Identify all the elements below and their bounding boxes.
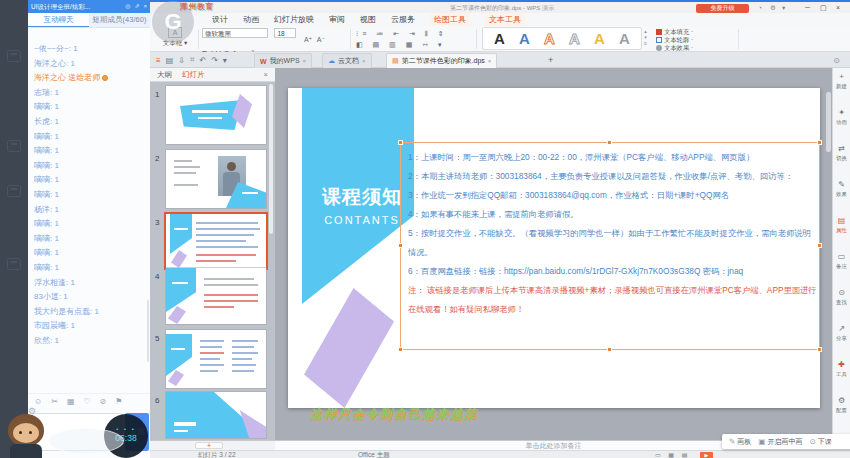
wordart-style-4[interactable]: A [569, 31, 580, 46]
panel-item-tools[interactable]: ✚工具 [833, 359, 850, 392]
resize-handle[interactable] [817, 347, 822, 352]
search-icon[interactable]: ⊙ [833, 56, 840, 65]
chat-bubble-icon[interactable] [7, 258, 21, 270]
resize-handle[interactable] [398, 347, 403, 352]
wordart-style-1[interactable]: A [494, 31, 505, 46]
panel-item-share[interactable]: ↗分享 [833, 323, 850, 356]
minimize-button[interactable]: ─ [805, 4, 810, 11]
resize-handle[interactable] [398, 243, 403, 248]
tab-members[interactable]: 短期成员(43/60) [89, 13, 150, 27]
close-tab-icon[interactable]: × [303, 58, 307, 64]
wordart-gallery[interactable]: A A A A A A [482, 27, 642, 50]
dropdown-icon[interactable]: ▾ [782, 4, 785, 12]
slide-thumbnail-5[interactable] [166, 330, 266, 388]
menu-cloud[interactable]: 云服务 [391, 14, 415, 25]
menu-text-tools[interactable]: 文本工具 [485, 13, 525, 26]
redo-icon[interactable]: ↷ [211, 56, 218, 65]
more-icon[interactable]: ▾ [223, 56, 227, 65]
thumbnail-scrollbar[interactable] [269, 84, 273, 234]
export-icon[interactable]: ⇩ [178, 56, 185, 65]
undo-icon[interactable]: ↶ [199, 56, 206, 65]
slide-body-text[interactable]: 1：上课时间：周一至周六晚上20：00-22：00，潭州课堂（PC客户端、移动A… [408, 148, 818, 319]
menu-slideshow[interactable]: 幻灯片放映 [274, 14, 314, 25]
slide-thumbnail-2[interactable] [166, 150, 266, 208]
panel-item-new[interactable]: +新建 [833, 71, 850, 104]
slide-thumbnail-6[interactable] [166, 392, 266, 438]
resize-handle[interactable] [398, 140, 403, 145]
resize-handle[interactable] [607, 347, 612, 352]
menu-review[interactable]: 审阅 [329, 14, 345, 25]
skin-icon[interactable]: ◔ [758, 4, 762, 11]
pin-icon[interactable]: ◎ [125, 0, 130, 13]
like-icon[interactable] [7, 140, 21, 152]
list-indent-icons[interactable]: ⁝≡ ≔ ⇤ ⇥ ⫴ ⇕ [356, 28, 448, 39]
close-tab-icon[interactable]: × [362, 58, 366, 64]
wordart-style-2[interactable]: A [519, 31, 530, 46]
textbox-group[interactable]: A 文本框 ▾ [154, 27, 196, 48]
panel-item-animation[interactable]: ✦动画 [833, 107, 850, 140]
menu-design[interactable]: 设计 [212, 14, 228, 25]
tab-interactive-chat[interactable]: 互动聊天 [28, 13, 89, 27]
maximize-button[interactable]: ▢ [820, 4, 827, 12]
emoji-icon[interactable]: ☺ [34, 397, 42, 406]
print-icon[interactable]: ⌗ [190, 55, 195, 65]
editing-canvas[interactable]: 课程须知 CONTANTS 1：上课时间：周一至周六晚上20：00-22：00，… [275, 68, 832, 440]
slideshow-play-button[interactable]: ▶ [700, 452, 713, 458]
panel-item-notes[interactable]: ▭备注 [833, 251, 850, 284]
add-slide-button[interactable]: + [195, 442, 223, 449]
font-name-select[interactable]: 微软雅黑 [202, 28, 268, 38]
wordart-style-5[interactable]: A [594, 31, 605, 46]
scissors-icon[interactable]: ✂ [51, 397, 58, 406]
slide-thumbnail-3-selected[interactable] [166, 214, 266, 268]
grow-font-icon[interactable]: A⁺ [304, 36, 312, 43]
menu-drawing-tools[interactable]: 绘图工具 [430, 13, 470, 26]
upgrade-button[interactable]: 免费升级 [696, 4, 749, 13]
gallery-scroll-arrows[interactable]: ▴▾≡ [644, 28, 647, 46]
slide-title[interactable]: 课程须知 [310, 184, 414, 210]
slides-tab[interactable]: 幻灯片 [182, 70, 205, 79]
wordart-style-3[interactable]: A [544, 31, 555, 46]
close-button[interactable]: × [836, 4, 840, 11]
panel-item-config[interactable]: ⚙配置 [833, 395, 850, 428]
save-icon[interactable]: ▤ [166, 56, 174, 65]
panel-item-effects[interactable]: ✎效果 [833, 179, 850, 212]
drawing-board-button[interactable]: ✎画板 [729, 437, 751, 447]
chat-message-list[interactable]: ~依~~分~: 1 海洋之心: 1 海洋之心 送给老师 志瑞: 1 嘀嘀: 1 … [34, 42, 144, 347]
font-size-select[interactable]: 18 [274, 28, 296, 38]
close-tab-icon[interactable]: × [488, 58, 492, 64]
paragraph-group[interactable]: ⁝≡ ≔ ⇤ ⇥ ⫴ ⇕ ◧ ▤ ▥ ▦ ⇿ ▾ [356, 28, 448, 50]
pip-button[interactable]: ▣开启画中画 [758, 437, 802, 447]
slide-purple-shape[interactable] [304, 288, 394, 408]
slide-thumbnail-1[interactable] [166, 86, 266, 144]
slide-subtitle[interactable]: CONTANTS [310, 214, 414, 226]
settings-icon[interactable]: ⚙ [770, 4, 776, 12]
outline-tab[interactable]: 大纲 [157, 70, 172, 79]
keyboard-icon[interactable] [7, 185, 21, 197]
tab-cloud-docs[interactable]: ☁ 云文档 × [322, 53, 372, 68]
close-icon[interactable]: × [143, 0, 147, 13]
new-tab-button[interactable]: + [548, 55, 553, 65]
canvas-scrollbar[interactable] [826, 92, 831, 152]
resize-handle[interactable] [817, 140, 822, 145]
tab-my-wps[interactable]: W 我的WPS × [254, 53, 312, 68]
like-icon[interactable]: ♡ [83, 397, 90, 406]
slide-canvas[interactable]: 课程须知 CONTANTS 1：上课时间：周一至周六晚上20：00-22：00，… [288, 88, 820, 408]
end-class-button[interactable]: ⊙下课 [809, 437, 831, 447]
chat-scrollbar[interactable] [147, 300, 149, 362]
slide-thumbnail-4[interactable] [166, 268, 266, 324]
panel-item-find[interactable]: ⊙查找 [833, 287, 850, 320]
menu-animation[interactable]: 动画 [243, 14, 259, 25]
menu-view[interactable]: 视图 [360, 14, 376, 25]
shrink-font-icon[interactable]: A⁻ [317, 36, 325, 43]
close-panel-icon[interactable]: × [264, 68, 268, 81]
panel-item-transition[interactable]: ⇄切换 [833, 143, 850, 176]
text-effect-button[interactable]: 文本效果 · [656, 44, 693, 52]
broadcast-icon[interactable] [7, 50, 21, 62]
flag-icon[interactable]: ⚑ [115, 397, 122, 406]
main-menu-icon[interactable]: ≡ [156, 56, 161, 65]
align-icons[interactable]: ◧ ▤ ▥ ▦ ⇿ ▾ [356, 39, 448, 50]
text-outline-button[interactable]: 文本轮廓 · [656, 36, 693, 44]
image-icon[interactable]: ▦ [67, 397, 75, 406]
resize-handle[interactable] [607, 140, 612, 145]
tab-current-document[interactable]: ▤ 第二节课件色彩的印象.dps × [386, 53, 497, 68]
